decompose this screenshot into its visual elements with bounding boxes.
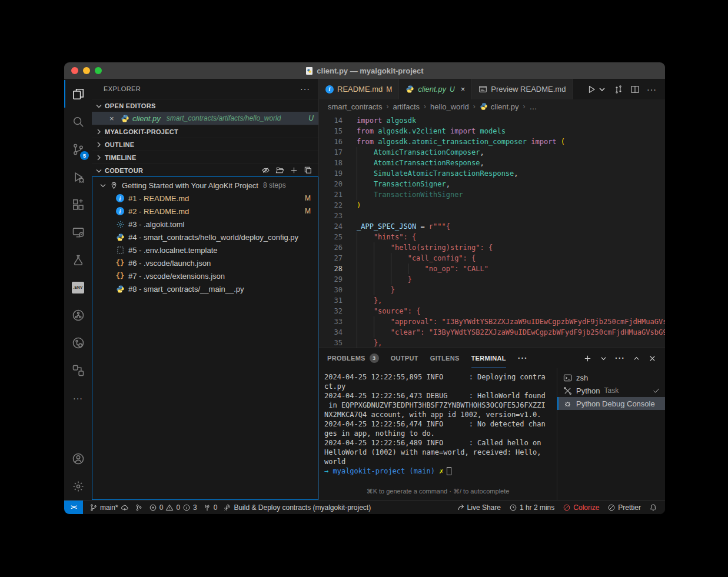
codetour-step[interactable]: #8 - smart_contracts/__main__.py [92,282,318,295]
add-tour-icon[interactable] [290,166,298,175]
section-timeline[interactable]: TIMELINE [92,151,318,164]
code-line[interactable]: 26"hello(string)string": { [319,242,665,253]
codetour-step[interactable]: #4 - smart_contracts/hello_world/deploy_… [92,231,318,244]
codetour-step[interactable]: {}#6 - .vscode/launch.json [92,256,318,269]
chevron-down-icon[interactable] [597,85,607,94]
terminal-output[interactable]: 2024-04-25 12:22:55,895 INFO : Deploying… [319,368,557,500]
activity-item-extensions[interactable] [64,191,92,218]
code-line[interactable]: 31}, [319,295,665,306]
hide-tour-icon[interactable] [261,166,270,175]
codetour-step[interactable]: i#2 - README.mdM [92,205,318,218]
code-line[interactable]: 28"no_op": "CALL" [319,264,665,274]
export-tour-icon[interactable] [304,166,313,175]
open-editor-item-client-py[interactable]: × client.py smart_contracts/artifacts/he… [92,112,318,125]
new-terminal-icon[interactable] [583,354,592,363]
code-line[interactable]: 22) [319,200,665,211]
terminal-tab-python[interactable]: PythonTask [557,384,665,397]
codetour-tour-row[interactable]: Getting Started with Your AlgoKit Projec… [92,179,318,192]
breadcrumb-item[interactable]: artifacts [393,102,420,111]
close-icon[interactable]: × [109,114,118,123]
activity-item-search[interactable] [64,108,92,135]
section-open-editors[interactable]: OPEN EDITORS [92,99,318,112]
codetour-step[interactable]: {}#7 - .vscode/extensions.json [92,269,318,282]
code-line[interactable]: 30} [319,285,665,295]
zoom-window-button[interactable] [95,67,102,74]
tab-client-py[interactable]: client.py U × [399,79,472,99]
terminal-tab-python-debug-console[interactable]: Python Debug Console [557,397,665,410]
code-line[interactable]: 34"clear": "I3ByYWdtYSB2ZXJzaW9uIDEwCgpz… [319,327,665,338]
section-codetour[interactable]: CODETOUR [92,164,318,176]
problems-status[interactable]: 0 0 3 [146,501,200,514]
split-editor-icon[interactable] [630,85,640,94]
activity-item-codetour[interactable] [64,356,92,384]
tab-gitlens[interactable]: GITLENS [430,348,460,368]
code-editor[interactable]: 14import algosdk15from algosdk.v2client … [319,114,665,348]
breadcrumb-item[interactable]: client.py [480,102,519,111]
terminal-prompt[interactable]: → myalgokit-project (main) ✗ [324,466,557,476]
panel-more-tabs-icon[interactable]: ··· [518,353,528,363]
panel-more-actions-icon[interactable]: ··· [615,353,625,363]
chevron-down-icon[interactable] [599,354,608,363]
maximize-panel-icon[interactable] [632,354,641,363]
code-line[interactable]: 35}, [319,338,665,348]
activity-item-source-control[interactable]: 5 [64,135,92,163]
prettier-status[interactable]: Prettier [604,501,644,514]
tab-problems[interactable]: PROBLEMS 3 [327,348,379,368]
editor-more-actions-icon[interactable]: ··· [647,85,657,94]
codetour-step[interactable]: #3 - .algokit.toml [92,218,318,231]
code-line[interactable]: 29} [319,274,665,285]
tab-readme-md[interactable]: i README.md M [319,79,399,99]
activity-item-more-views[interactable]: ··· [64,384,92,412]
code-line[interactable]: 15from algosdk.v2client import models [319,126,665,136]
minimize-window-button[interactable] [83,67,90,74]
activity-item-remote-explorer[interactable] [64,218,92,246]
code-line[interactable]: 27"call_config": { [319,253,665,264]
breadcrumb-item[interactable]: smart_contracts [328,102,382,111]
code-line[interactable]: 32"source": { [319,306,665,316]
breadcrumb-item[interactable]: … [529,102,537,111]
ports-status[interactable]: 0 [200,501,221,514]
codetour-tree[interactable]: Getting Started with Your AlgoKit Projec… [92,176,318,500]
activity-item-run-debug[interactable] [64,163,92,191]
gitlens-status[interactable] [132,501,146,514]
code-line[interactable]: 19SimulateAtomicTransactionResponse, [319,168,665,179]
remote-indicator[interactable]: >< [64,501,83,514]
activity-item-settings[interactable] [64,472,92,500]
time-tracker[interactable]: 1 hr 2 mins [506,501,557,514]
code-line[interactable]: 18AtomicTransactionResponse, [319,158,665,168]
close-icon[interactable]: × [461,85,466,94]
breadcrumb-item[interactable]: hello_world [430,102,469,111]
codetour-step[interactable]: i#1 - README.mdM [92,192,318,205]
code-line[interactable]: 24_APP_SPEC_JSON = r"""{ [319,221,665,232]
activity-item-account[interactable] [64,445,92,472]
close-window-button[interactable] [71,67,78,74]
build-deploy-task[interactable]: Build & Deploy contracts (myalgokit-proj… [220,501,374,514]
close-panel-icon[interactable] [648,354,657,363]
activity-item-dotenv[interactable]: .ENV [64,274,92,301]
tab-output[interactable]: OUTPUT [391,348,418,368]
code-line[interactable]: 33"approval": "I3ByYWdtYSB2ZXJzaW9uIDEwC… [319,316,665,327]
code-line[interactable]: 23 [319,211,665,221]
code-line[interactable]: 14import algosdk [319,115,665,126]
activity-item-commit-graph[interactable] [64,301,92,329]
run-python-file-button[interactable] [587,85,607,94]
live-share-button[interactable]: Live Share [454,501,504,514]
activity-item-gitlens-inspect[interactable] [64,329,92,356]
tab-terminal[interactable]: TERMINAL [471,348,506,368]
open-folder-icon[interactable] [275,166,284,175]
code-line[interactable]: 16from algosdk.atomic_transaction_compos… [319,136,665,147]
activity-item-explorer[interactable] [64,80,92,108]
code-line[interactable]: 20TransactionSigner, [319,179,665,189]
terminal-tab-zsh[interactable]: zsh [557,371,665,384]
tab-preview-readme[interactable]: Preview README.md [472,79,573,99]
notifications-button[interactable] [646,501,660,514]
codetour-step[interactable]: #5 - .env.localnet.template [92,244,318,256]
code-line[interactable]: 25"hints": { [319,232,665,242]
titlebar[interactable]: client.py — myalgokit-project [64,62,665,79]
explorer-more-actions-icon[interactable]: ··· [300,84,310,94]
branch-status[interactable]: main* [87,501,132,514]
open-changes-icon[interactable] [614,85,623,94]
code-line[interactable]: 21TransactionWithSigner [319,189,665,200]
activity-item-testing[interactable] [64,246,92,274]
code-line[interactable]: 17AtomicTransactionComposer, [319,147,665,158]
